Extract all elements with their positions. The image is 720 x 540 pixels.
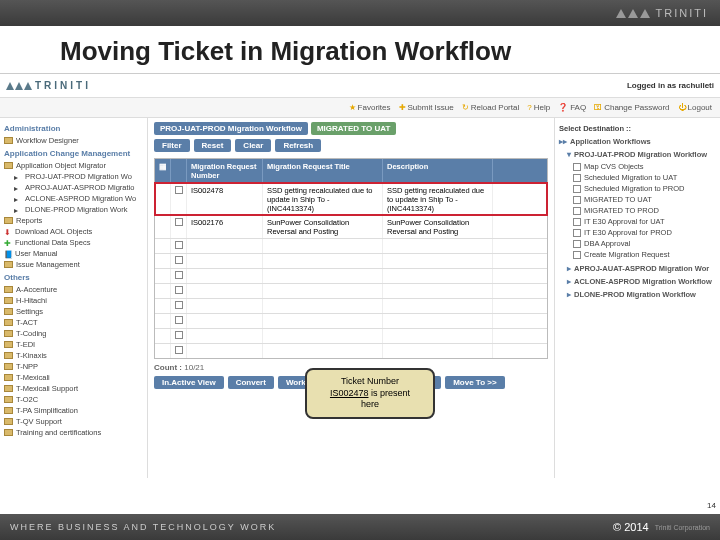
nav-item[interactable]: T-Coding — [4, 328, 143, 339]
row-checkbox[interactable] — [175, 241, 183, 249]
nav-item[interactable]: ▸ACLONE-ASPROD Migration Wo — [4, 193, 143, 204]
nav-item[interactable]: T-Mexicali Support — [4, 383, 143, 394]
nav-item[interactable]: T-QV Support — [4, 416, 143, 427]
dest-option[interactable]: IT E30 Approval for UAT — [559, 216, 716, 227]
dest-option[interactable]: DBA Approval — [559, 238, 716, 249]
dest-option[interactable]: Scheduled Migration to PROD — [559, 183, 716, 194]
change-password-link[interactable]: ⚿Change Password — [594, 103, 669, 112]
row-checkbox[interactable] — [175, 316, 183, 324]
reload-icon: ↻ — [462, 103, 469, 112]
row-checkbox[interactable] — [175, 286, 183, 294]
nav-item[interactable]: ✚Functional Data Specs — [4, 237, 143, 248]
table-row[interactable] — [155, 268, 547, 283]
dest-option[interactable]: MIGRATED TO UAT — [559, 194, 716, 205]
refresh-button[interactable]: Refresh — [275, 139, 321, 152]
reload-portal-link[interactable]: ↻Reload Portal — [462, 103, 519, 112]
reset-button[interactable]: Reset — [194, 139, 232, 152]
brand-name: TRINITI — [656, 7, 709, 19]
clear-button[interactable]: Clear — [235, 139, 271, 152]
dest-option[interactable]: IT E30 Approval for PROD — [559, 227, 716, 238]
nav-item[interactable]: Issue Management — [4, 259, 143, 270]
folder-icon — [4, 363, 13, 370]
row-checkbox[interactable] — [175, 301, 183, 309]
filter-button[interactable]: Filter — [154, 139, 190, 152]
crumb-workflow[interactable]: PROJ-UAT-PROD Migration Workflow — [154, 122, 308, 135]
table-row[interactable] — [155, 328, 547, 343]
app-workflows-header[interactable]: ▸▸Application Workflows — [559, 137, 716, 146]
checkbox-icon[interactable] — [573, 163, 581, 171]
dest-option[interactable]: Create Migration Request — [559, 249, 716, 260]
nav-item[interactable]: T-EDI — [4, 339, 143, 350]
checkbox-icon[interactable] — [573, 196, 581, 204]
checkbox-icon[interactable] — [573, 185, 581, 193]
row-checkbox[interactable] — [175, 346, 183, 354]
checkbox-icon[interactable] — [573, 229, 581, 237]
nav-item[interactable]: H-Hitachi — [4, 295, 143, 306]
triniti-logo-icon — [616, 9, 650, 18]
table-row[interactable] — [155, 313, 547, 328]
row-checkbox[interactable] — [175, 331, 183, 339]
folder-icon — [4, 352, 13, 359]
dest-option[interactable]: Map CVS Objects — [559, 161, 716, 172]
favorites-link[interactable]: ★Favorites — [349, 103, 391, 112]
checkbox-icon[interactable] — [573, 240, 581, 248]
nav-item[interactable]: ▸DLONE-PROD Migration Work — [4, 204, 143, 215]
row-checkbox[interactable] — [175, 218, 183, 226]
table-row[interactable] — [155, 298, 547, 313]
workflow-group[interactable]: ▸DLONE-PROD Migration Workflow — [559, 290, 716, 299]
table-row[interactable] — [155, 283, 547, 298]
nav-item[interactable]: A-Accenture — [4, 284, 143, 295]
nav-item[interactable]: T-ACT — [4, 317, 143, 328]
folder-icon — [4, 308, 13, 315]
crumb-state[interactable]: MIGRATED TO UAT — [311, 122, 396, 135]
nav-item[interactable]: Workflow Designer — [4, 135, 143, 146]
nav-item[interactable]: T-Kinaxis — [4, 350, 143, 361]
nav-item[interactable]: ▸PROJ-UAT-PROD Migration Wo — [4, 171, 143, 182]
nav-item[interactable]: T-O2C — [4, 394, 143, 405]
move-to-button[interactable]: Move To >> — [445, 376, 504, 389]
faq-link[interactable]: ❓FAQ — [558, 103, 586, 112]
dest-header: Select Destination :: — [559, 124, 716, 133]
col-number[interactable]: Migration Request Number — [187, 159, 263, 183]
nav-item[interactable]: 📘User Manual — [4, 248, 143, 259]
checkbox-icon[interactable] — [573, 251, 581, 259]
nav-item[interactable]: Reports — [4, 215, 143, 226]
row-checkbox[interactable] — [175, 256, 183, 264]
folder-icon — [4, 385, 13, 392]
checkbox-icon[interactable] — [573, 207, 581, 215]
table-row[interactable]: IS002478SSD getting recalculated due to … — [155, 183, 547, 215]
checkbox-icon[interactable] — [573, 174, 581, 182]
workflow-group[interactable]: ▸APROJ-AUAT-ASPROD Migration Wor — [559, 264, 716, 273]
workflow-group[interactable]: ▾PROJ-UAT-PROD Migration Workflow — [559, 150, 716, 159]
convert-button[interactable]: Convert — [228, 376, 274, 389]
workflow-group[interactable]: ▸ACLONE-ASPROD Migration Workflow — [559, 277, 716, 286]
nav-item[interactable]: Settings — [4, 306, 143, 317]
dest-option[interactable]: Scheduled Migration to UAT — [559, 172, 716, 183]
nav-item[interactable]: T-NPP — [4, 361, 143, 372]
nav-item[interactable]: ⬇Download AOL Objects — [4, 226, 143, 237]
logout-link[interactable]: ⏻Logout — [678, 103, 712, 112]
faq-icon: ❓ — [558, 103, 568, 112]
table-row[interactable] — [155, 343, 547, 358]
nav-item[interactable]: T-Mexicali — [4, 372, 143, 383]
col-title[interactable]: Migration Request Title — [263, 159, 383, 183]
submit-issue-link[interactable]: ✚Submit Issue — [399, 103, 454, 112]
table-row[interactable] — [155, 238, 547, 253]
dest-option[interactable]: MIGRATED TO PROD — [559, 205, 716, 216]
col-select[interactable]: ▦ — [155, 159, 171, 183]
row-checkbox[interactable] — [175, 271, 183, 279]
expand-icon: ▾ — [567, 150, 571, 159]
row-checkbox[interactable] — [175, 186, 183, 194]
inactive-view-button[interactable]: In.Active View — [154, 376, 224, 389]
help-link[interactable]: ?Help — [527, 103, 550, 112]
table-row[interactable]: IS002176SunPower Consolidation Reversal … — [155, 215, 547, 238]
folder-icon — [4, 374, 13, 381]
nav-item[interactable]: ▸APROJ-AUAT-ASPROD Migratio — [4, 182, 143, 193]
nav-item[interactable]: T-PA Simplification — [4, 405, 143, 416]
nav-item[interactable]: Training and certifications — [4, 427, 143, 438]
checkbox-icon[interactable] — [573, 218, 581, 226]
nav-item[interactable]: Application Object Migrator — [4, 160, 143, 171]
table-row[interactable] — [155, 253, 547, 268]
col-desc[interactable]: Description — [383, 159, 493, 183]
star-icon: ★ — [349, 103, 356, 112]
